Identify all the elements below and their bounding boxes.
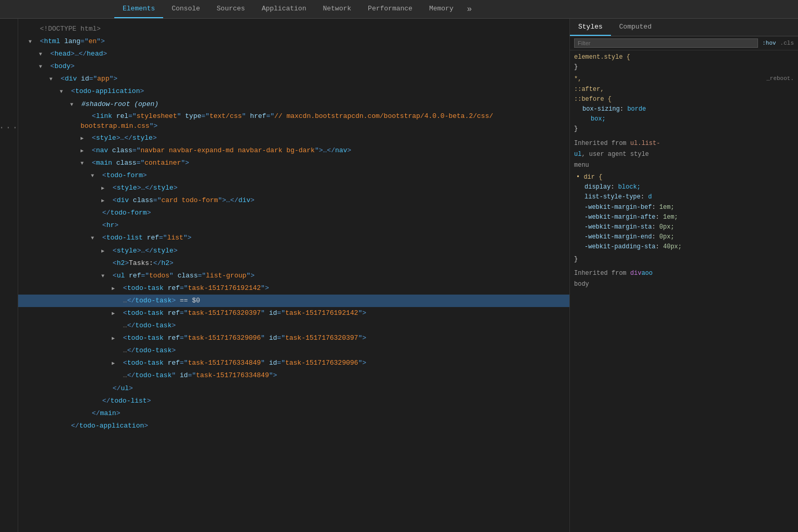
tab-console[interactable]: Console — [163, 0, 208, 18]
main-close: </main> — [18, 407, 569, 420]
arrow-todo-list[interactable] — [91, 234, 98, 243]
arrow-todo-app[interactable] — [60, 87, 67, 96]
arrow-style1[interactable] — [81, 134, 88, 143]
arrow-task2[interactable] — [112, 309, 119, 318]
universal-rule: *, _reboot. ::after, ::before { box-sizi… — [574, 74, 794, 134]
task2-line[interactable]: <todo-task ref="task-1517176320397" id="… — [18, 307, 569, 320]
div-app-line[interactable]: <div id="app"> — [18, 73, 569, 85]
arrow-body[interactable] — [39, 62, 46, 71]
task1-open-line[interactable]: <todo-task ref="task-1517176192142"> — [18, 282, 569, 295]
arrow-task1[interactable] — [112, 284, 119, 293]
arrow-todo-form[interactable] — [91, 171, 98, 180]
main-content: ··· <!DOCTYPE html> <html lang="en"> <he… — [0, 19, 798, 532]
shadow-root-line[interactable]: #shadow-root (open) — [18, 98, 569, 111]
ul-line[interactable]: <ul ref="todos" class="list-group"> — [18, 270, 569, 282]
style-filter-input[interactable] — [574, 38, 758, 48]
todo-form-close: </todo-form> — [18, 207, 569, 219]
arrow-main[interactable] — [81, 159, 88, 168]
task3-close-line: …</todo-task> — [18, 344, 569, 357]
hr-line: <hr> — [18, 219, 569, 232]
todo-list-close: </todo-list> — [18, 395, 569, 407]
task3-line[interactable]: <todo-task ref="task-1517176329096" id="… — [18, 332, 569, 344]
tab-styles-label: Styles — [578, 23, 603, 31]
element-style-rule: element.style { } — [574, 52, 794, 72]
left-sidebar: ··· — [0, 19, 18, 532]
arrow-div-card[interactable] — [101, 196, 109, 205]
tab-network-label: Network — [323, 5, 351, 12]
inherited-ul-section: Inherited from ul.list- ul, user agent s… — [574, 139, 794, 264]
tab-console-label: Console — [171, 5, 200, 12]
todo-app-close: </todo-application> — [18, 420, 569, 432]
tab-more-button[interactable]: » — [462, 3, 477, 16]
head-tag-line[interactable]: <head>…</head> — [18, 48, 569, 60]
todo-application-line[interactable]: <todo-application> — [18, 85, 569, 98]
tab-styles[interactable]: Styles — [570, 19, 611, 36]
tab-network[interactable]: Network — [314, 0, 360, 18]
html-panel[interactable]: <!DOCTYPE html> <html lang="en"> <head>…… — [18, 19, 569, 532]
style-2-line[interactable]: <style>…</style> — [18, 182, 569, 194]
tab-computed[interactable]: Computed — [611, 19, 660, 36]
tab-sources[interactable]: Sources — [208, 0, 254, 18]
style-3-line[interactable]: <style>…</style> — [18, 245, 569, 257]
tab-computed-label: Computed — [619, 23, 651, 31]
arrow-shadow[interactable] — [70, 100, 77, 109]
arrow-task3[interactable] — [112, 334, 119, 343]
task1-close-line[interactable]: …</todo-task> == $0 — [18, 295, 569, 307]
devtools-tab-bar: Elements Console Sources Application Net… — [0, 0, 798, 19]
div-card-line[interactable]: <div class="card todo-form">…</div> — [18, 194, 569, 207]
tab-performance[interactable]: Performance — [360, 0, 421, 18]
style-1-line[interactable]: <style>…</style> — [18, 132, 569, 144]
todo-list-line[interactable]: <todo-list ref="list"> — [18, 232, 569, 244]
main-line[interactable]: <main class="container"> — [18, 157, 569, 169]
link-tag-line[interactable]: <link rel="stylesheet" type="text/css" h… — [18, 111, 569, 132]
arrow-task4[interactable] — [112, 359, 119, 368]
arrow-div-app[interactable] — [49, 75, 57, 84]
html-tag-line[interactable]: <html lang="en"> — [18, 35, 569, 48]
hov-button[interactable]: :hov — [762, 40, 776, 46]
arrow-html[interactable] — [29, 37, 36, 46]
task4-close-line: …</todo-task" id="task-1517176334849"> — [18, 369, 569, 382]
tab-memory-label: Memory — [429, 5, 454, 12]
tab-application-label: Application — [262, 5, 307, 12]
right-panel: Styles Computed :hov .cls element.style … — [569, 19, 798, 532]
tab-elements-label: Elements — [123, 5, 155, 12]
tab-performance-label: Performance — [368, 5, 413, 12]
tab-sources-label: Sources — [217, 5, 245, 12]
cls-button[interactable]: .cls — [780, 40, 794, 46]
inherited-div-section: Inherited from divaoo body — [574, 269, 794, 289]
sidebar-dots: ··· — [0, 123, 19, 133]
h2-line: <h2>Tasks:</h2> — [18, 257, 569, 270]
arrow-nav[interactable] — [81, 147, 88, 155]
body-tag-line[interactable]: <body> — [18, 60, 569, 73]
tab-elements[interactable]: Elements — [114, 0, 163, 18]
task2-close-line: …</todo-task> — [18, 320, 569, 332]
task4-line[interactable]: <todo-task ref="task-1517176334849" id="… — [18, 357, 569, 369]
arrow-head[interactable] — [39, 50, 46, 59]
arrow-ul[interactable] — [101, 272, 109, 281]
tab-application[interactable]: Application — [254, 0, 315, 18]
devtools-window: Elements Console Sources Application Net… — [0, 0, 798, 532]
nav-line[interactable]: <nav class="navbar navbar-expand-md navb… — [18, 144, 569, 157]
doctype-line: <!DOCTYPE html> — [18, 23, 569, 35]
right-tab-bar: Styles Computed — [570, 19, 798, 36]
ul-close-line: </ul> — [18, 382, 569, 395]
filter-bar: :hov .cls — [570, 36, 798, 50]
todo-form-line[interactable]: <todo-form> — [18, 169, 569, 182]
arrow-style3[interactable] — [101, 247, 109, 256]
tab-memory[interactable]: Memory — [421, 0, 462, 18]
styles-panel[interactable]: element.style { } *, _reboot. ::after, :… — [570, 50, 798, 532]
arrow-style2[interactable] — [101, 184, 109, 193]
